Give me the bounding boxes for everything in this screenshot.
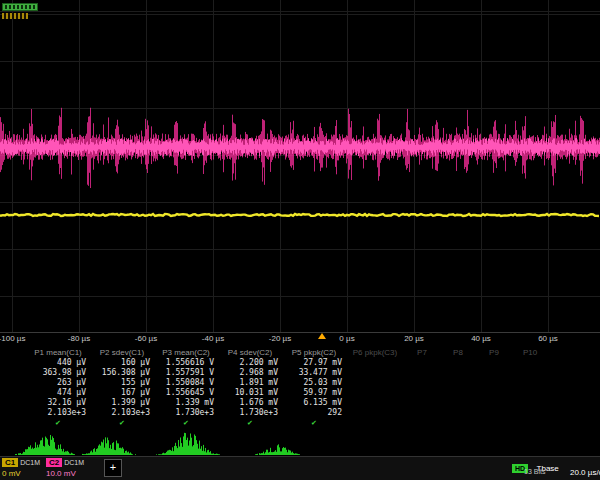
measurement-status-check: ✔ bbox=[218, 418, 282, 428]
measurement-value bbox=[346, 378, 404, 388]
measurement-value bbox=[476, 398, 512, 408]
measurement-header[interactable]: P4 sdev(C2) bbox=[218, 348, 282, 358]
time-axis: -100 µs-80 µs-60 µs-40 µs-20 µs0 µs20 µs… bbox=[0, 332, 600, 348]
measurement-value: 1.891 mV bbox=[218, 378, 282, 388]
measurement-value: 263 µV bbox=[26, 378, 90, 388]
measurement-value: 167 µV bbox=[90, 388, 154, 398]
measurement-value bbox=[512, 378, 548, 388]
timebase-descriptor[interactable]: HD Tbase 13 Bits 20.0 µs/div bbox=[512, 457, 600, 479]
measurement-value: 363.98 µV bbox=[26, 368, 90, 378]
measurement-value bbox=[346, 368, 404, 378]
measurement-table[interactable]: P1 mean(C1)P2 sdev(C1)P3 mean(C2)P4 sdev… bbox=[0, 348, 600, 428]
measurement-value bbox=[512, 408, 548, 418]
measurement-value bbox=[440, 408, 476, 418]
measurement-status-check bbox=[440, 418, 476, 428]
histogram-canvas bbox=[0, 428, 600, 456]
measurement-value: 474 µV bbox=[26, 388, 90, 398]
measurement-value: 155 µV bbox=[90, 378, 154, 388]
measurement-header[interactable]: P2 sdev(C1) bbox=[90, 348, 154, 358]
waveform-grid[interactable] bbox=[0, 0, 600, 333]
measurement-value: 33.477 mV bbox=[282, 368, 346, 378]
measurement-status-check: ✔ bbox=[154, 418, 218, 428]
measurement-value: 6.135 mV bbox=[282, 398, 346, 408]
measurement-value: 156.308 µV bbox=[90, 368, 154, 378]
measurement-value: 2.103e+3 bbox=[90, 408, 154, 418]
measurement-status-check bbox=[476, 418, 512, 428]
measurement-status-check bbox=[512, 418, 548, 428]
measurement-header[interactable]: P7 bbox=[404, 348, 440, 358]
time-axis-label: -20 µs bbox=[269, 334, 291, 343]
measurement-row: 474 µV167 µV1.556645 V10.031 mV59.97 mV bbox=[0, 388, 600, 398]
measurement-status-check bbox=[404, 418, 440, 428]
channel-c1-value: 0 mV bbox=[2, 469, 40, 478]
channel-c2-tag: C2 bbox=[46, 458, 62, 467]
channel-c1-tag: C1 bbox=[2, 458, 18, 467]
measurement-value bbox=[404, 388, 440, 398]
measurement-value bbox=[476, 368, 512, 378]
measurement-value bbox=[404, 358, 440, 368]
measurement-header[interactable]: P10 bbox=[512, 348, 548, 358]
timebase-bits: 13 Bits bbox=[524, 468, 545, 475]
time-axis-label: 60 µs bbox=[538, 334, 558, 343]
channel-descriptor-c2[interactable]: C2 DC1M 10.0 mV bbox=[46, 458, 84, 480]
measurement-value bbox=[512, 368, 548, 378]
measurement-header[interactable]: P3 mean(C2) bbox=[154, 348, 218, 358]
measurement-value bbox=[440, 358, 476, 368]
measurement-header[interactable]: P9 bbox=[476, 348, 512, 358]
measurement-value: 10.031 mV bbox=[218, 388, 282, 398]
time-axis-label: 40 µs bbox=[471, 334, 491, 343]
measurement-value bbox=[404, 398, 440, 408]
status-badge-green[interactable] bbox=[2, 3, 38, 11]
timebase-tdiv: 20.0 µs/div bbox=[570, 468, 600, 477]
measurement-value: 2.200 mV bbox=[218, 358, 282, 368]
channel-descriptor-c1[interactable]: C1 DC1M 0 mV bbox=[2, 458, 40, 480]
trigger-time-marker[interactable] bbox=[318, 333, 326, 339]
measurement-value: 59.97 mV bbox=[282, 388, 346, 398]
time-axis-label: -40 µs bbox=[202, 334, 224, 343]
channel-c2-value: 10.0 mV bbox=[46, 469, 84, 478]
measurement-value bbox=[476, 378, 512, 388]
measurement-value: 27.97 mV bbox=[282, 358, 346, 368]
measurement-value: 1.339 mV bbox=[154, 398, 218, 408]
measurement-value bbox=[346, 398, 404, 408]
measurement-value bbox=[440, 398, 476, 408]
measurement-value: 25.03 mV bbox=[282, 378, 346, 388]
cursor-crosshair[interactable]: + bbox=[104, 459, 122, 477]
measurement-value bbox=[512, 398, 548, 408]
time-axis-label: 20 µs bbox=[404, 334, 424, 343]
measurement-row: 363.98 µV156.308 µV1.557591 V2.968 mV33.… bbox=[0, 368, 600, 378]
bottom-bar: C1 DC1M 0 mV C2 DC1M 10.0 mV bbox=[0, 456, 600, 480]
measurement-value: 32.16 µV bbox=[26, 398, 90, 408]
measurement-value bbox=[476, 388, 512, 398]
measurement-value: 1.556616 V bbox=[154, 358, 218, 368]
measurement-value: 1.730e+3 bbox=[154, 408, 218, 418]
measurement-row: 440 µV160 µV1.556616 V2.200 mV27.97 mV bbox=[0, 358, 600, 368]
measurement-value bbox=[404, 368, 440, 378]
measurement-value: 160 µV bbox=[90, 358, 154, 368]
measurement-status-check: ✔ bbox=[90, 418, 154, 428]
measurement-value bbox=[346, 388, 404, 398]
measurement-value bbox=[404, 408, 440, 418]
measurement-value: 1.399 µV bbox=[90, 398, 154, 408]
measurement-row: 32.16 µV1.399 µV1.339 mV1.676 mV6.135 mV bbox=[0, 398, 600, 408]
measurement-row: 2.103e+32.103e+31.730e+31.730e+3292 bbox=[0, 408, 600, 418]
measurement-value bbox=[512, 388, 548, 398]
measurement-value bbox=[440, 388, 476, 398]
measurement-value bbox=[512, 358, 548, 368]
measurement-value bbox=[476, 358, 512, 368]
measurement-value: 1.557591 V bbox=[154, 368, 218, 378]
measurement-value: 440 µV bbox=[26, 358, 90, 368]
time-axis-label: 0 µs bbox=[339, 334, 354, 343]
measurement-value bbox=[440, 368, 476, 378]
measurement-value bbox=[404, 378, 440, 388]
measurement-header[interactable]: P8 bbox=[440, 348, 476, 358]
measurement-status-check: ✔ bbox=[282, 418, 346, 428]
measurement-header[interactable]: P6 pkpk(C3) bbox=[346, 348, 404, 358]
measurement-header[interactable]: P5 pkpk(C2) bbox=[282, 348, 346, 358]
measurement-status-check bbox=[346, 418, 404, 428]
time-axis-label: -100 µs bbox=[0, 334, 25, 343]
time-axis-label: -80 µs bbox=[68, 334, 90, 343]
oscilloscope-screen: -100 µs-80 µs-60 µs-40 µs-20 µs0 µs20 µs… bbox=[0, 0, 600, 480]
measurement-header[interactable]: P1 mean(C1) bbox=[26, 348, 90, 358]
measurement-value bbox=[440, 378, 476, 388]
